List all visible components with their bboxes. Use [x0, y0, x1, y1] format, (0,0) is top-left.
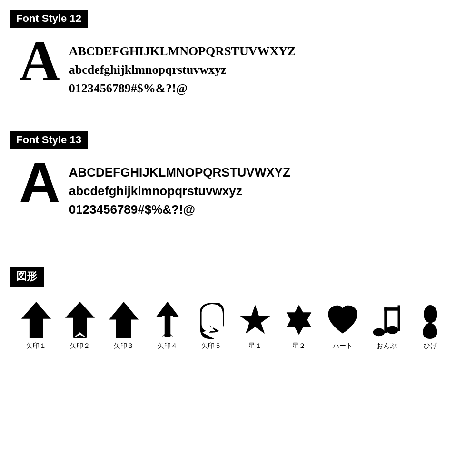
- shape-hoshi1: 星１: [233, 301, 277, 350]
- hige-label: ひげ: [424, 342, 437, 350]
- svg-rect-13: [384, 307, 400, 311]
- shape-yajirushi3: 矢印３: [102, 301, 146, 350]
- yajirushi5-icon: [195, 301, 228, 339]
- shape-onpu: おんぷ: [365, 301, 408, 350]
- font-12-big-letter: A: [19, 32, 60, 89]
- font-13-big-letter: A: [19, 154, 60, 211]
- yajirushi4-icon: [151, 301, 184, 339]
- shape-hige: ひげ: [408, 301, 452, 350]
- font-12-chars: ABCDEFGHIJKLMNOPQRSTUVWXYZ abcdefghijklm…: [69, 37, 296, 98]
- yajirushi3-label: 矢印３: [114, 342, 134, 350]
- yajirushi3-icon: [107, 301, 140, 339]
- page: Font Style 12 A ABCDEFGHIJKLMNOPQRSTUVWX…: [0, 0, 476, 365]
- heart-label: ハート: [333, 342, 353, 350]
- hoshi1-icon: [238, 301, 272, 339]
- font-12-lowercase: abcdefghijklmnopqrstuvwxyz: [69, 60, 296, 79]
- hige-icon: [414, 301, 447, 339]
- shapes-header: 図形: [10, 267, 44, 287]
- font-style-12-header: Font Style 12: [10, 10, 88, 28]
- font-style-13-section: Font Style 13 A ABCDEFGHIJKLMNOPQRSTUVWX…: [10, 131, 466, 228]
- shape-heart: ハート: [321, 301, 365, 350]
- svg-marker-0: [21, 302, 51, 338]
- onpu-label: おんぷ: [377, 342, 397, 350]
- font-style-12-demo: A ABCDEFGHIJKLMNOPQRSTUVWXYZ abcdefghijk…: [10, 32, 466, 107]
- font-style-12-section: Font Style 12 A ABCDEFGHIJKLMNOPQRSTUVWX…: [10, 10, 466, 107]
- svg-marker-3: [109, 302, 139, 338]
- yajirushi2-label: 矢印２: [70, 342, 90, 350]
- font-13-numbers: 0123456789#$%&?!@: [69, 200, 290, 219]
- font-13-chars: ABCDEFGHIJKLMNOPQRSTUVWXYZ abcdefghijklm…: [69, 159, 290, 219]
- svg-point-11: [387, 326, 398, 334]
- onpu-icon: [370, 301, 403, 339]
- svg-marker-5: [156, 302, 179, 317]
- shapes-section: 図形 矢印１ 矢印２: [10, 267, 466, 355]
- svg-marker-7: [240, 305, 271, 334]
- hoshi1-label: 星１: [248, 342, 262, 350]
- yajirushi2-icon: [63, 301, 97, 339]
- yajirushi4-label: 矢印４: [158, 342, 178, 350]
- yajirushi1-icon: [20, 301, 53, 339]
- font-13-lowercase: abcdefghijklmnopqrstuvwxyz: [69, 182, 290, 200]
- shape-yajirushi1: 矢印１: [14, 301, 58, 350]
- font-style-13-demo: A ABCDEFGHIJKLMNOPQRSTUVWXYZ abcdefghijk…: [10, 154, 466, 228]
- font-style-13-header: Font Style 13: [10, 131, 88, 149]
- yajirushi1-label: 矢印１: [26, 342, 46, 350]
- shape-yajirushi5: 矢印５: [189, 301, 233, 350]
- yajirushi5-label: 矢印５: [201, 342, 221, 350]
- shapes-grid: 矢印１ 矢印２ 矢印３: [10, 291, 466, 355]
- font-12-numbers: 0123456789#$%&?!@: [69, 79, 296, 98]
- hoshi2-label: 星２: [292, 342, 306, 350]
- shape-hoshi2: 星２: [277, 301, 321, 350]
- shape-yajirushi4: 矢印４: [146, 301, 189, 350]
- shape-yajirushi2: 矢印２: [58, 301, 102, 350]
- heart-icon: [326, 301, 359, 339]
- font-13-uppercase: ABCDEFGHIJKLMNOPQRSTUVWXYZ: [69, 163, 290, 182]
- svg-marker-8: [287, 305, 312, 335]
- hoshi2-icon: [282, 301, 316, 339]
- svg-point-9: [373, 328, 385, 336]
- font-12-uppercase: ABCDEFGHIJKLMNOPQRSTUVWXYZ: [69, 42, 296, 60]
- svg-rect-10: [384, 307, 387, 333]
